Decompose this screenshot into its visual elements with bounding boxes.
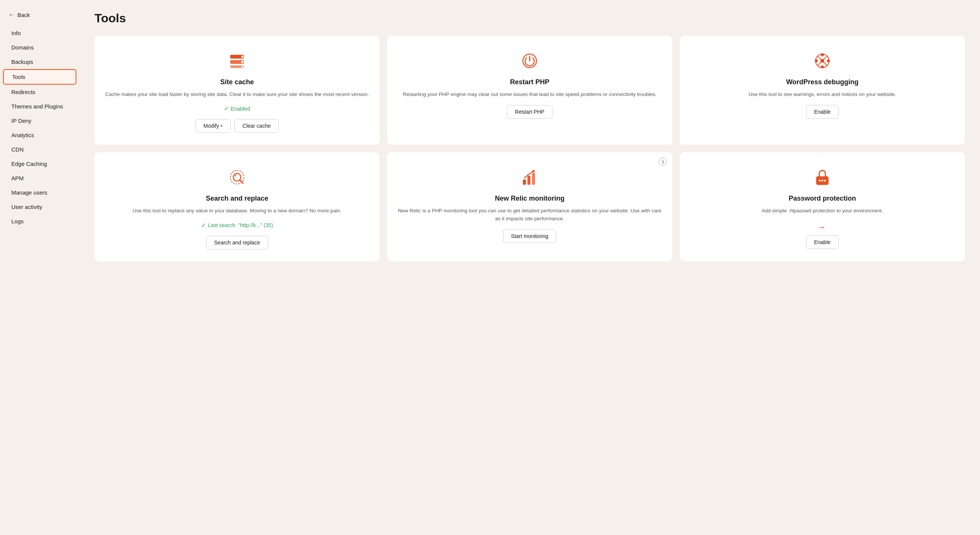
search-replace-btn-button[interactable]: Search and replace: [206, 236, 268, 249]
sidebar-item-backups[interactable]: Backups: [3, 55, 76, 69]
svg-point-20: [235, 175, 236, 176]
card-desc-restart-php: Restarting your PHP engine may clear out…: [402, 90, 656, 98]
sidebar-item-ip-deny[interactable]: IP Deny: [3, 114, 76, 128]
enable-debug-button[interactable]: Enable: [806, 105, 838, 119]
sidebar-item-cdn[interactable]: CDN: [3, 143, 76, 156]
back-arrow-icon: ←: [8, 11, 14, 18]
svg-line-15: [818, 61, 822, 65]
card-title-restart-php: Restart PHP: [510, 78, 549, 86]
tools-grid: Site cacheCache makes your site load fas…: [94, 36, 965, 262]
card-desc-new-relic: New Relic is a PHP monitoring tool you c…: [398, 207, 662, 222]
search-replace-icon: [226, 166, 248, 189]
svg-rect-21: [523, 179, 526, 185]
card-new-relic: ℹ New Relic monitoringNew Relic is a PHP…: [387, 152, 672, 261]
card-search-replace: Search and replaceUse this tool to repla…: [94, 152, 380, 261]
start-monitoring-button[interactable]: Start monitoring: [503, 229, 557, 243]
site-cache-icon: [226, 49, 248, 72]
card-actions-password-protection: Enable: [806, 235, 838, 249]
card-actions-restart-php: Restart PHP: [507, 105, 552, 119]
main-content: Tools Site cacheCache makes your site lo…: [80, 0, 980, 535]
card-desc-search-replace: Use this tool to replace any value in yo…: [133, 207, 341, 214]
card-title-wordpress-debugging: WordPress debugging: [786, 78, 859, 86]
sidebar-item-edge-caching[interactable]: Edge Caching: [3, 157, 76, 171]
back-label: Back: [18, 12, 30, 18]
svg-point-3: [241, 56, 243, 58]
card-actions-search-replace: Search and replace: [206, 236, 268, 249]
card-title-password-protection: Password protection: [789, 195, 856, 203]
card-actions-site-cache: Modify ▾Clear cache: [196, 119, 278, 133]
svg-rect-23: [532, 173, 535, 185]
card-title-new-relic: New Relic monitoring: [495, 195, 565, 203]
card-desc-wordpress-debugging: Use this tool to see warnings, errors an…: [749, 90, 896, 98]
svg-point-24: [532, 170, 535, 172]
card-desc-site-cache: Cache makes your site load faster by sto…: [105, 90, 369, 98]
card-actions-wordpress-debugging: Enable: [806, 105, 838, 119]
page-title: Tools: [94, 11, 965, 25]
svg-line-13: [818, 56, 822, 61]
svg-line-16: [822, 61, 827, 65]
chevron-down-icon: ▾: [220, 124, 223, 129]
card-desc-password-protection: Add simple .htpasswd protection to your …: [762, 207, 883, 214]
card-site-cache: Site cacheCache makes your site load fas…: [94, 36, 380, 145]
enable-password-button[interactable]: Enable: [806, 235, 838, 249]
sidebar-item-analytics[interactable]: Analytics: [3, 128, 76, 142]
password-protection-icon: [811, 166, 834, 189]
svg-rect-22: [527, 176, 530, 185]
info-icon[interactable]: ℹ: [659, 157, 667, 166]
new-relic-icon: [519, 166, 541, 189]
card-title-search-replace: Search and replace: [206, 195, 268, 203]
restart-php-icon: [519, 49, 541, 72]
sidebar-item-redirects[interactable]: Redirects: [3, 85, 76, 99]
card-actions-new-relic: Start monitoring: [503, 229, 557, 243]
svg-point-10: [815, 59, 818, 62]
status-enabled-site-cache: ✓ Enabled: [224, 105, 250, 112]
svg-point-11: [827, 59, 830, 62]
svg-point-5: [242, 66, 243, 68]
sidebar-item-themes-plugins[interactable]: Themes and Plugins: [3, 99, 76, 113]
wordpress-debugging-icon: [811, 49, 834, 72]
sidebar: ← Back InfoDomainsBackupsToolsRedirectsT…: [0, 0, 80, 535]
svg-line-14: [822, 56, 827, 61]
status-last-search-search-replace: ✓ Last search: "http://k..." (35): [201, 222, 274, 229]
arrow-indicator-password-protection: →: [817, 222, 828, 232]
sidebar-item-user-activity[interactable]: User activity: [3, 200, 76, 214]
sidebar-item-tools[interactable]: Tools: [3, 69, 76, 85]
svg-point-29: [824, 180, 826, 182]
card-password-protection: Password protectionAdd simple .htpasswd …: [680, 152, 965, 261]
sidebar-item-info[interactable]: Info: [3, 26, 76, 40]
svg-point-4: [241, 61, 243, 63]
back-button[interactable]: ← Back: [0, 8, 80, 26]
card-title-site-cache: Site cache: [220, 78, 254, 86]
card-restart-php: Restart PHPRestarting your PHP engine ma…: [387, 36, 672, 145]
modify-button[interactable]: Modify ▾: [196, 119, 231, 133]
svg-point-27: [819, 180, 821, 182]
svg-point-8: [821, 53, 824, 56]
svg-point-28: [822, 180, 824, 182]
sidebar-item-logs[interactable]: Logs: [3, 214, 76, 228]
nav-list: InfoDomainsBackupsToolsRedirectsThemes a…: [0, 26, 80, 229]
clear-cache-button[interactable]: Clear cache: [234, 119, 278, 133]
svg-point-9: [821, 65, 824, 68]
sidebar-item-apm[interactable]: APM: [3, 171, 76, 185]
restart-php-button[interactable]: Restart PHP: [507, 105, 552, 119]
sidebar-item-domains[interactable]: Domains: [3, 40, 76, 54]
sidebar-item-manage-users[interactable]: Manage users: [3, 186, 76, 200]
card-wordpress-debugging: WordPress debuggingUse this tool to see …: [680, 36, 965, 145]
